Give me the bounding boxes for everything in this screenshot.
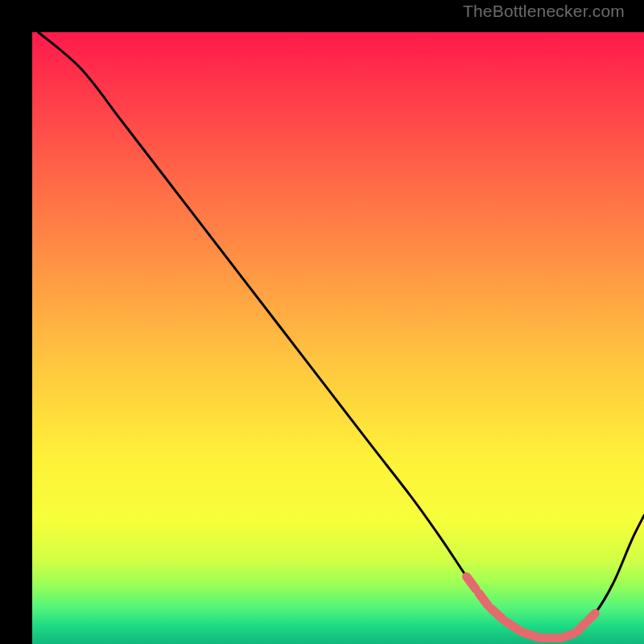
optimal-dash (525, 633, 540, 638)
optimal-dash (589, 613, 596, 620)
watermark-text: TheBottlenecker.com (463, 2, 625, 21)
bottleneck-plot (32, 32, 644, 644)
optimal-dash (561, 634, 573, 638)
chart-frame (16, 16, 628, 628)
